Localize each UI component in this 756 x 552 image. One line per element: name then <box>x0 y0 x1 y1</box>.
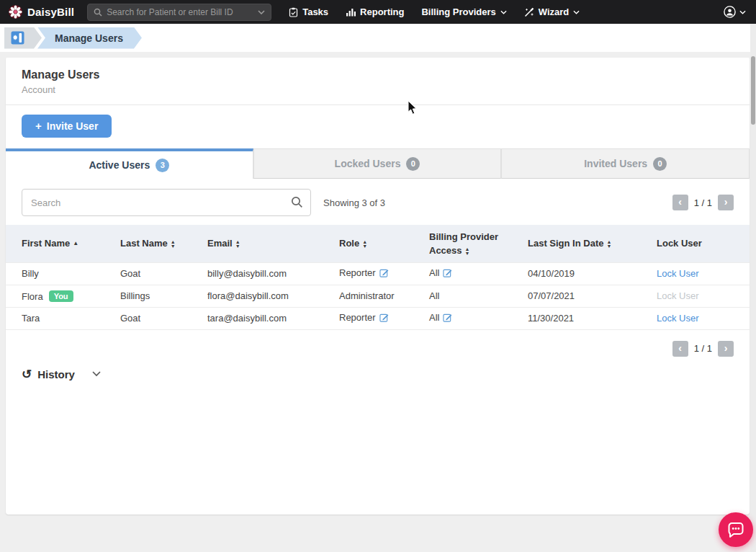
chevron-down-icon[interactable] <box>92 371 101 377</box>
table-row: Billy Goat billy@daisybill.com Reporter … <box>6 262 750 285</box>
history-label: History <box>37 368 75 380</box>
sort-ascending-icon: ▲ <box>73 240 78 246</box>
col-lock-user: Lock User <box>657 225 750 262</box>
plus-icon: + <box>35 121 42 131</box>
sort-icon: ▲▼ <box>235 240 240 249</box>
prev-page-button[interactable]: ‹ <box>672 341 688 357</box>
user-role: Administrator <box>339 290 395 301</box>
user-first-name: Flora <box>22 291 43 302</box>
col-email[interactable]: Email▲▼ <box>207 225 339 262</box>
history-section[interactable]: ↺ History <box>6 361 750 388</box>
pagination-bottom: ‹ 1 / 1 › <box>672 341 734 357</box>
user-last-sign-in: 11/30/2021 <box>528 313 574 324</box>
edit-access-icon[interactable] <box>443 269 452 280</box>
search-icon <box>291 196 303 208</box>
col-last-sign-in-date[interactable]: Last Sign In Date▲▼ <box>528 225 657 262</box>
invited-users-count-badge: 0 <box>653 157 667 171</box>
page-subtitle: Account <box>22 84 734 95</box>
tab-locked-users[interactable]: Locked Users 0 <box>253 148 502 179</box>
breadcrumb-current-label: Manage Users <box>55 32 123 44</box>
nav-wizard-label: Wizard <box>539 6 570 17</box>
pagination-top: ‹ 1 / 1 › <box>672 195 734 210</box>
invite-user-label: Invite User <box>47 120 99 132</box>
nav-reporting-label: Reporting <box>360 6 404 17</box>
daisybill-logo-icon <box>9 5 22 19</box>
col-first-name[interactable]: First Name▲ <box>6 225 120 262</box>
global-search-box[interactable] <box>87 4 271 21</box>
sort-icon: ▲▼ <box>465 247 470 256</box>
nav-billing-providers[interactable]: Billing Providers <box>421 6 506 17</box>
nav-tasks-label: Tasks <box>302 6 328 17</box>
locked-users-count-badge: 0 <box>406 157 420 171</box>
breadcrumb: Manage Users <box>0 24 756 52</box>
lock-user-link-disabled: Lock User <box>657 290 699 301</box>
lock-user-link[interactable]: Lock User <box>657 313 699 324</box>
next-page-button[interactable]: › <box>718 341 734 357</box>
users-search-input[interactable] <box>22 189 311 216</box>
top-navbar: DaisyBill Tasks <box>0 0 756 24</box>
nav-tasks[interactable]: Tasks <box>289 6 328 17</box>
breadcrumb-home[interactable] <box>4 27 42 49</box>
col-last-name[interactable]: Last Name▲▼ <box>120 225 207 262</box>
col-billing-provider-access[interactable]: Billing Provider Access▲▼ <box>429 225 528 262</box>
table-header-row: First Name▲ Last Name▲▼ Email▲▼ Role▲▼ B… <box>6 225 750 262</box>
col-role[interactable]: Role▲▼ <box>339 225 429 262</box>
user-access: All <box>429 312 439 323</box>
user-first-name: Billy <box>22 268 39 279</box>
global-search-input[interactable] <box>107 7 253 17</box>
invite-user-button[interactable]: + Invite User <box>22 115 112 138</box>
tab-active-users-label: Active Users <box>89 159 150 171</box>
nav-billing-providers-label: Billing Providers <box>421 6 495 17</box>
user-email: flora@daisybill.com <box>207 290 289 301</box>
user-tabs: Active Users 3 Locked Users 0 Invited Us… <box>6 148 750 179</box>
prev-page-button[interactable]: ‹ <box>672 195 688 210</box>
user-first-name: Tara <box>22 313 40 324</box>
sort-icon: ▲▼ <box>606 240 611 249</box>
manage-users-card: Manage Users Account + Invite User Activ… <box>6 58 750 515</box>
edit-access-icon[interactable] <box>443 313 452 324</box>
chevron-down-icon <box>500 10 507 14</box>
you-badge: You <box>49 290 73 302</box>
page-indicator: 1 / 1 <box>694 197 712 208</box>
active-users-count-badge: 3 <box>156 159 169 172</box>
bar-chart-icon <box>346 7 356 17</box>
lock-user-link[interactable]: Lock User <box>657 268 699 279</box>
sort-icon: ▲▼ <box>362 240 367 249</box>
user-last-sign-in: 07/07/2021 <box>528 290 575 301</box>
chat-widget-button[interactable] <box>719 512 753 547</box>
tab-locked-users-label: Locked Users <box>335 158 401 169</box>
user-last-name: Goat <box>120 313 140 324</box>
user-avatar-icon <box>724 6 736 18</box>
edit-role-icon[interactable] <box>379 269 389 280</box>
user-access: All <box>429 267 439 278</box>
sort-icon: ▲▼ <box>171 240 176 249</box>
user-last-sign-in: 04/10/2019 <box>528 268 575 279</box>
tab-active-users[interactable]: Active Users 3 <box>6 148 253 179</box>
brand-name: DaisyBill <box>27 6 74 18</box>
user-last-name: Billings <box>120 290 150 301</box>
brand[interactable]: DaisyBill <box>9 5 74 19</box>
nav-wizard[interactable]: Wizard <box>524 6 580 17</box>
tab-invited-users[interactable]: Invited Users 0 <box>501 148 750 179</box>
nav-reporting[interactable]: Reporting <box>346 6 404 17</box>
user-last-name: Goat <box>120 268 140 279</box>
table-row: Tara Goat tara@daisybill.com Reporter Al… <box>6 307 750 329</box>
edit-role-icon[interactable] <box>379 313 389 324</box>
table-row: FloraYou Billings flora@daisybill.com Ad… <box>6 285 750 307</box>
clipboard-icon <box>289 7 298 17</box>
scrollbar-thumb[interactable] <box>751 56 755 125</box>
page-scrollbar[interactable] <box>750 24 756 552</box>
chat-bubble-icon <box>726 520 745 539</box>
page-header: Manage Users Account <box>6 58 750 105</box>
breadcrumb-current[interactable]: Manage Users <box>37 27 142 49</box>
next-page-button[interactable]: › <box>718 195 734 210</box>
tab-invited-users-label: Invited Users <box>584 158 647 169</box>
user-access: All <box>429 290 439 301</box>
showing-count: Showing 3 of 3 <box>323 197 385 208</box>
users-table: First Name▲ Last Name▲▼ Email▲▼ Role▲▼ B… <box>6 225 750 330</box>
user-menu[interactable] <box>724 6 746 18</box>
chevron-down-icon <box>739 10 746 14</box>
user-role: Reporter <box>339 267 376 278</box>
chevron-down-icon <box>573 10 580 14</box>
search-dropdown-caret-icon[interactable] <box>258 10 265 14</box>
